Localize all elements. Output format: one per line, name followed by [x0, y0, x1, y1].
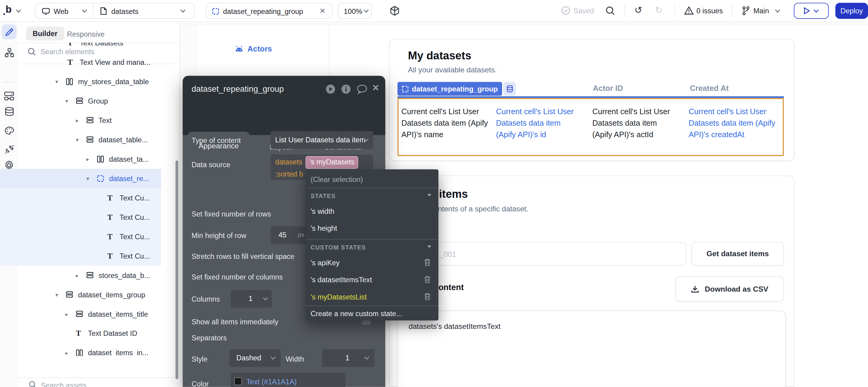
state-option-height[interactable]: 's height: [310, 224, 337, 232]
tab-builder[interactable]: Builder: [26, 27, 64, 40]
redo-icon[interactable]: ↻: [655, 4, 663, 16]
chevron-down-icon[interactable]: ▾: [55, 72, 58, 92]
tree-item-dataset-table[interactable]: ▾ dataset_table...: [0, 130, 161, 150]
columns-select[interactable]: 1: [231, 290, 272, 308]
tree-item-dataset-items-in[interactable]: ▸ dataset_items_in...: [0, 343, 161, 356]
branch-selector[interactable]: Main: [753, 7, 769, 15]
tree-item-text-datasets[interactable]: T Text Datasets: [0, 43, 161, 53]
app-sidebar-divider: [329, 24, 330, 76]
data-source-chip[interactable]: [503, 82, 516, 96]
rows-element-icon: [66, 291, 73, 298]
dataset-id-input[interactable]: _001: [399, 242, 686, 266]
preview-button[interactable]: [794, 3, 829, 19]
trash-icon[interactable]: [424, 293, 431, 301]
tree-item-dataset-ta[interactable]: ▸ dataset_ta...: [0, 150, 161, 169]
inspector-header[interactable]: dataset_repeating_group ✕: [183, 76, 385, 102]
issues-count[interactable]: 0 issues: [696, 7, 723, 15]
chevron-right-icon[interactable]: ▸: [76, 265, 79, 285]
clear-selection-option[interactable]: (Clear selection): [310, 175, 363, 184]
create-custom-state-option[interactable]: Create a new custom state...: [310, 310, 402, 318]
separator-color-field[interactable]: Text (#1A1A1A): [231, 373, 345, 387]
width-label: Width: [286, 355, 304, 363]
deploy-label: Deploy: [840, 7, 863, 15]
chevron-down-icon: [427, 245, 432, 249]
search-assets-placeholder[interactable]: Search assets: [41, 381, 87, 387]
zoom-control[interactable]: 100%: [338, 3, 372, 19]
chevron-right-icon[interactable]: ▸: [65, 343, 68, 356]
page-selector[interactable]: datasets: [111, 7, 138, 15]
chevron-right-icon[interactable]: ▸: [65, 304, 68, 324]
get-dataset-items-button[interactable]: Get dataset items: [691, 242, 784, 266]
columns-element-icon: [76, 349, 83, 356]
component-cube-icon[interactable]: [390, 5, 400, 16]
tree-item-dataset-repeating-group[interactable]: ▾ dataset_re...: [0, 169, 161, 188]
tree-item-text-cu-1[interactable]: T Text Cu...: [0, 188, 161, 207]
tree-item-dataset-items-group[interactable]: ▾ dataset_items_group: [0, 285, 161, 304]
cell-created-at[interactable]: Current cell's List User Datasets data i…: [689, 106, 784, 140]
tree-item-group[interactable]: ▾ Group: [0, 92, 161, 111]
close-icon[interactable]: ✕: [372, 83, 379, 93]
rows-element-icon: [76, 311, 83, 317]
type-of-content-select[interactable]: List User Datasets data item: [271, 131, 373, 149]
element-tab[interactable]: dataset_repeating_group ✕: [206, 3, 333, 19]
chevron-right-icon[interactable]: ▸: [76, 111, 79, 130]
tree-item-text-cu-4[interactable]: T Text Cu...: [0, 246, 161, 265]
cell-act-id[interactable]: Current cell's List User Datasets data i…: [592, 106, 675, 140]
my-datasets-card: My datasets All your available datasets.…: [389, 39, 795, 161]
preview-icon[interactable]: [326, 84, 336, 94]
separator-width-select[interactable]: 1: [322, 349, 374, 367]
chevron-down-icon[interactable]: ▾: [76, 130, 79, 150]
trash-icon[interactable]: [424, 259, 431, 266]
tree-item-my-stores-data-table[interactable]: ▾ my_stores_data_table: [0, 72, 161, 92]
separator-style-select[interactable]: Dashed: [230, 349, 281, 367]
tree-item-dataset-items-title[interactable]: ▸ dataset_items_title: [0, 304, 161, 324]
get-dataset-items-label: Get dataset items: [707, 250, 769, 258]
bubble-logo[interactable]: b: [5, 4, 11, 15]
tree-item-text-dataset-id[interactable]: T Text Dataset ID: [0, 324, 161, 343]
app-nav-item-actors[interactable]: Actors: [235, 44, 272, 53]
chevron-down-icon[interactable]: ▾: [65, 92, 68, 111]
state-option-dataset-items-text[interactable]: 's datasetItemsText: [310, 276, 372, 284]
color-swatch[interactable]: [234, 378, 242, 386]
expression-part-2[interactable]: :sorted b: [275, 170, 303, 178]
tree-item-text-cu-2[interactable]: T Text Cu...: [0, 207, 161, 227]
download-csv-button[interactable]: Download as CSV: [675, 276, 784, 301]
deploy-button[interactable]: Deploy: [835, 3, 868, 19]
repeating-group-row[interactable]: Current cell's List User Datasets data i…: [397, 98, 784, 156]
tree-item-text-cu-3[interactable]: T Text Cu...: [0, 227, 161, 246]
comment-icon[interactable]: [356, 84, 368, 94]
state-option-apikey[interactable]: 's apiKey: [310, 259, 340, 267]
data-source-label: Data source: [191, 161, 230, 169]
device-page-selector: Web datasets: [35, 3, 195, 19]
saved-status: Saved: [574, 7, 594, 15]
chevron-down-icon: [364, 9, 369, 13]
tree-scrollbar[interactable]: [175, 161, 178, 379]
cell-id[interactable]: Current cell's List User Datasets data i…: [496, 106, 580, 140]
chevron-down-icon: [181, 9, 185, 13]
undo-icon[interactable]: ↺: [634, 4, 642, 16]
tab-responsive[interactable]: Responsive: [67, 30, 104, 38]
device-selector[interactable]: Web: [54, 7, 68, 15]
rows-element-icon: [86, 136, 94, 143]
tree-item-text-view[interactable]: T Text View and mana...: [0, 53, 161, 72]
chevron-right-icon[interactable]: ▸: [86, 150, 89, 169]
state-option-width[interactable]: 's width: [310, 207, 334, 215]
info-icon[interactable]: [341, 84, 351, 94]
search-icon[interactable]: [606, 6, 615, 15]
expression-token-selected[interactable]: 's myDatasets: [306, 156, 358, 169]
tree-item-text[interactable]: ▸ Text: [0, 111, 161, 130]
text-element-icon: T: [67, 43, 73, 53]
rail-item-design[interactable]: [0, 23, 18, 40]
text-element-icon: T: [107, 246, 113, 265]
saved-check-icon: [561, 6, 570, 15]
state-option-my-datasets-list[interactable]: 's myDatasetsList: [310, 293, 367, 301]
expression-part[interactable]: datasets: [275, 158, 302, 166]
chevron-down-icon[interactable]: ▾: [86, 169, 89, 188]
close-icon[interactable]: ✕: [319, 7, 326, 15]
tree-item-stores-data-b[interactable]: ▸ stores_data_b...: [0, 265, 161, 285]
selected-element-badge[interactable]: dataset_repeating_group: [397, 82, 502, 96]
trash-icon[interactable]: [424, 276, 431, 284]
cell-name[interactable]: Current cell's List User Datasets data i…: [401, 106, 493, 140]
chevron-down-icon[interactable]: ▾: [55, 285, 58, 304]
color-value-link[interactable]: Text (#1A1A1A): [246, 378, 297, 386]
